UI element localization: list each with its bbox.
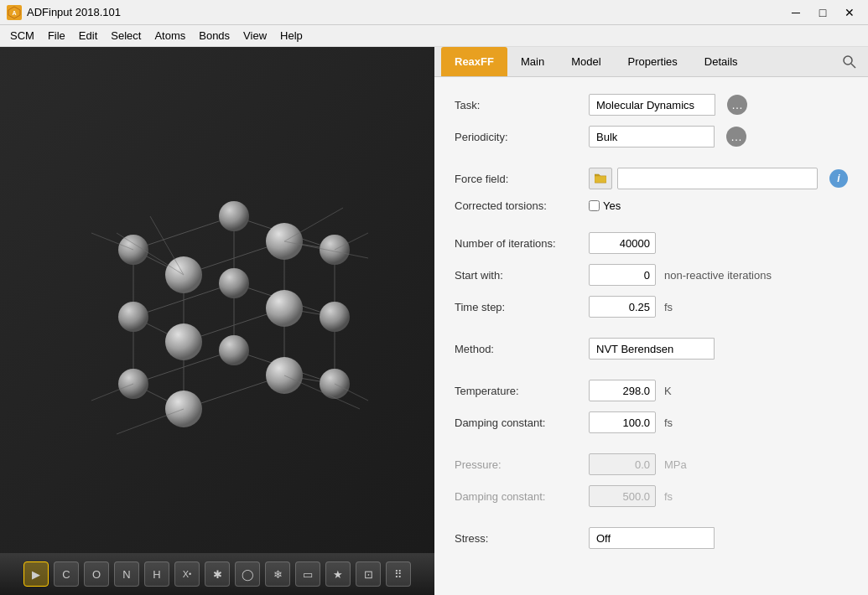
maximize-button[interactable]: □: [811, 3, 834, 22]
force-field-label: Force field:: [455, 173, 589, 185]
svg-point-26: [219, 268, 249, 298]
svg-point-27: [320, 302, 350, 332]
tab-model[interactable]: Model: [558, 47, 614, 76]
periodicity-control: Bulk Slab Wire Molecule …: [589, 126, 848, 147]
menu-atoms[interactable]: Atoms: [148, 27, 192, 44]
svg-rect-49: [595, 176, 606, 183]
start-with-label: Start with:: [455, 269, 589, 282]
time-step-row: Time step: fs: [455, 296, 848, 318]
stress-dropdown: Off On: [589, 527, 715, 549]
corrected-torsions-control: Yes: [589, 199, 848, 212]
num-iterations-input[interactable]: 40000: [589, 232, 656, 254]
temperature-input[interactable]: [589, 380, 656, 401]
pressure-input[interactable]: [589, 453, 656, 475]
method-control: NVT Berendsen NVE NPT: [589, 338, 848, 360]
tool-rectangle[interactable]: ▭: [295, 561, 320, 587]
right-panel: ReaxFF Main Model Properties Details Tas…: [434, 47, 868, 595]
svg-point-23: [219, 201, 249, 231]
menu-edit[interactable]: Edit: [72, 27, 104, 44]
task-more-button[interactable]: …: [727, 95, 747, 115]
menu-file[interactable]: File: [41, 27, 72, 44]
menu-scm[interactable]: SCM: [3, 27, 41, 44]
tool-carbon[interactable]: C: [54, 561, 79, 587]
tool-star[interactable]: ★: [325, 561, 351, 587]
force-field-row: Force field: i: [455, 168, 848, 189]
svg-point-25: [118, 302, 148, 332]
corrected-torsions-label: Corrected torsions:: [455, 199, 589, 212]
stress-select[interactable]: Off On: [589, 527, 715, 549]
force-field-info-button[interactable]: i: [829, 169, 848, 188]
svg-point-30: [165, 323, 202, 360]
minimize-button[interactable]: ─: [784, 3, 808, 22]
search-button[interactable]: [838, 50, 861, 74]
damping-const-input[interactable]: [589, 411, 656, 433]
pressure-control: MPa: [589, 453, 848, 475]
pressure-damping-row: Damping constant: fs: [455, 485, 848, 507]
svg-line-48: [851, 64, 855, 68]
tool-circle[interactable]: ◯: [235, 561, 260, 587]
periodicity-select[interactable]: Bulk Slab Wire Molecule: [589, 126, 715, 147]
temperature-row: Temperature: K: [455, 380, 848, 401]
corrected-torsions-yes-text: Yes: [603, 199, 621, 212]
damping-const-unit: fs: [664, 416, 673, 429]
form-area: Task: Molecular Dynamics Single Point Ge…: [434, 77, 868, 595]
damping-const-row: Damping constant: fs: [455, 411, 848, 433]
time-step-input[interactable]: [589, 296, 656, 318]
tool-nitrogen[interactable]: N: [114, 561, 139, 587]
pressure-row: Pressure: MPa: [455, 453, 848, 475]
tool-dots[interactable]: ⠿: [386, 561, 411, 587]
method-label: Method:: [455, 343, 589, 355]
folder-icon: [595, 173, 606, 184]
tab-reaxff[interactable]: ReaxFF: [441, 47, 507, 76]
method-row: Method: NVT Berendsen NVE NPT: [455, 338, 848, 360]
tool-any[interactable]: ✱: [205, 561, 230, 587]
force-field-folder-button[interactable]: [589, 168, 612, 189]
tool-snowflake[interactable]: ❄: [265, 561, 290, 587]
tab-details[interactable]: Details: [691, 47, 751, 76]
tool-oxygen[interactable]: O: [84, 561, 109, 587]
svg-point-31: [266, 290, 303, 327]
temperature-control: K: [589, 380, 848, 401]
method-select[interactable]: NVT Berendsen NVE NPT: [589, 338, 715, 360]
menu-view[interactable]: View: [236, 27, 273, 44]
pressure-label: Pressure:: [455, 458, 589, 471]
stress-label: Stress:: [455, 532, 589, 545]
force-field-input[interactable]: [617, 168, 818, 189]
tool-custom[interactable]: X•: [174, 561, 200, 587]
viewport-toolbar: ▶ C O N H X• ✱ ◯ ❄ ▭ ★ ⊡ ⠿: [0, 553, 434, 595]
svg-point-35: [219, 335, 249, 365]
menu-bonds[interactable]: Bonds: [192, 27, 236, 44]
temperature-unit: K: [664, 385, 672, 397]
pressure-damping-input[interactable]: [589, 485, 656, 507]
tab-properties[interactable]: Properties: [615, 47, 691, 76]
tool-select[interactable]: ▶: [23, 561, 49, 587]
task-dropdown: Molecular Dynamics Single Point Geometry…: [589, 94, 715, 116]
corrected-torsions-row: Corrected torsions: Yes: [455, 199, 848, 212]
start-with-row: Start with: non-reactive iterations: [455, 264, 848, 286]
task-control: Molecular Dynamics Single Point Geometry…: [589, 94, 848, 116]
periodicity-label: Periodicity:: [455, 131, 589, 143]
task-row: Task: Molecular Dynamics Single Point Ge…: [455, 94, 848, 116]
app-icon: A: [7, 5, 22, 20]
search-icon: [843, 55, 856, 69]
start-with-input[interactable]: [589, 264, 656, 286]
stress-row: Stress: Off On: [455, 527, 848, 549]
num-iterations-row: Number of iterations: 40000: [455, 232, 848, 254]
svg-text:A: A: [12, 10, 16, 16]
periodicity-dropdown: Bulk Slab Wire Molecule: [589, 126, 715, 147]
tab-main[interactable]: Main: [507, 47, 558, 76]
menu-help[interactable]: Help: [273, 27, 309, 44]
damping-const-control: fs: [589, 411, 848, 433]
tool-hydrogen[interactable]: H: [144, 561, 169, 587]
periodicity-more-button[interactable]: …: [726, 127, 746, 147]
num-iterations-label: Number of iterations:: [455, 237, 589, 250]
task-select[interactable]: Molecular Dynamics Single Point Geometry…: [589, 94, 715, 116]
time-step-unit: fs: [664, 301, 673, 313]
tool-box[interactable]: ⊡: [356, 561, 381, 587]
force-field-control: i: [589, 168, 848, 189]
corrected-torsions-checkbox[interactable]: [589, 200, 600, 211]
close-button[interactable]: ✕: [838, 3, 861, 22]
tab-bar: ReaxFF Main Model Properties Details: [434, 47, 868, 77]
viewport-content: [0, 47, 434, 553]
menu-select[interactable]: Select: [104, 27, 148, 44]
